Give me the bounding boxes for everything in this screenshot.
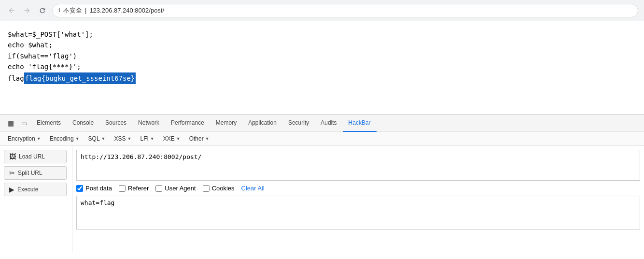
- browser-chrome: ℹ 不安全 | 123.206.87.240:8002/post/: [0, 0, 644, 21]
- xxe-dropdown[interactable]: XXE ▼: [159, 134, 184, 144]
- load-url-button[interactable]: 🖼 Load URL: [4, 150, 67, 163]
- xxe-label: XXE: [163, 135, 175, 142]
- security-label: 不安全: [63, 6, 82, 15]
- hackbar-toolbar: Encryption ▼ Encoding ▼ SQL ▼ XSS ▼ LFI …: [0, 132, 644, 146]
- user-agent-checkbox[interactable]: [155, 185, 162, 192]
- post-data-checkbox-label[interactable]: Post data: [76, 185, 112, 192]
- user-agent-checkbox-label[interactable]: User Agent: [155, 185, 196, 192]
- separator: |: [85, 7, 86, 14]
- device-icon[interactable]: ▭: [17, 116, 31, 130]
- tab-application[interactable]: Application: [242, 115, 282, 132]
- cookies-label: Cookies: [212, 185, 235, 192]
- hackbar-body: 🖼 Load URL ✂ Split URL ▶ Execute http://…: [0, 146, 644, 252]
- encoding-label: Encoding: [50, 135, 74, 142]
- encoding-dropdown[interactable]: Encoding ▼: [46, 134, 84, 144]
- security-icon: ℹ: [58, 7, 60, 14]
- hackbar-right-panel: http://123.206.87.240:8002/post/ Post da…: [72, 146, 644, 252]
- page-content: $what=$_POST['what']; echo $what; if($wh…: [0, 21, 644, 114]
- tab-security[interactable]: Security: [282, 115, 315, 132]
- code-line-5: flagflag{bugku_get_ssseint67se}: [8, 72, 636, 84]
- split-url-icon: ✂: [9, 169, 15, 177]
- referer-label: Referer: [128, 185, 149, 192]
- clear-all-button[interactable]: Clear All: [241, 185, 265, 192]
- referer-checkbox-label[interactable]: Referer: [119, 185, 149, 192]
- xss-label: XSS: [114, 135, 126, 142]
- execute-button[interactable]: ▶ Execute: [4, 183, 67, 196]
- flag-prefix: flag: [8, 73, 24, 84]
- user-agent-label: User Agent: [165, 185, 196, 192]
- back-button[interactable]: [6, 5, 17, 16]
- url-input[interactable]: http://123.206.87.240:8002/post/: [76, 150, 640, 181]
- url-display: 123.206.87.240:8002/post/: [89, 7, 164, 14]
- cookies-checkbox[interactable]: [203, 185, 210, 192]
- lfi-caret: ▼: [150, 136, 154, 141]
- cookies-checkbox-label[interactable]: Cookies: [203, 185, 235, 192]
- tab-console[interactable]: Console: [67, 115, 99, 132]
- tab-audits[interactable]: Audits: [315, 115, 342, 132]
- devtools-tabs-bar: ▦ ▭ Elements Console Sources Network Per…: [0, 115, 644, 132]
- code-line-3: if($what=='flag'): [8, 51, 636, 61]
- post-data-input[interactable]: what=flag: [76, 196, 640, 230]
- xss-dropdown[interactable]: XSS ▼: [111, 134, 136, 144]
- code-line-2: echo $what;: [8, 40, 636, 50]
- lfi-label: LFI: [140, 135, 148, 142]
- tab-sources[interactable]: Sources: [99, 115, 132, 132]
- xxe-caret: ▼: [176, 136, 181, 141]
- forward-button[interactable]: [21, 5, 33, 16]
- encoding-caret: ▼: [75, 136, 80, 141]
- load-url-label: Load URL: [19, 153, 45, 160]
- load-url-icon: 🖼: [9, 153, 16, 160]
- encryption-dropdown[interactable]: Encryption ▼: [4, 134, 45, 144]
- post-data-checkbox[interactable]: [76, 185, 83, 192]
- inspect-icon[interactable]: ▦: [4, 116, 17, 130]
- split-url-button[interactable]: ✂ Split URL: [4, 166, 67, 180]
- referer-checkbox[interactable]: [119, 185, 126, 192]
- sql-caret: ▼: [101, 136, 106, 141]
- split-url-label: Split URL: [18, 170, 42, 176]
- code-line-4: echo 'flag{****}';: [8, 61, 636, 72]
- flag-highlighted: flag{bugku_get_ssseint67se}: [24, 72, 136, 84]
- address-bar[interactable]: ℹ 不安全 | 123.206.87.240:8002/post/: [52, 4, 638, 17]
- post-data-label: Post data: [85, 185, 112, 192]
- options-row: Post data Referer User Agent Cookies Cle…: [76, 185, 640, 192]
- other-dropdown[interactable]: Other ▼: [185, 134, 213, 144]
- tab-performance[interactable]: Performance: [165, 115, 210, 132]
- sql-dropdown[interactable]: SQL ▼: [84, 134, 110, 144]
- other-label: Other: [189, 135, 204, 142]
- reload-button[interactable]: [37, 5, 48, 16]
- lfi-dropdown[interactable]: LFI ▼: [136, 134, 158, 144]
- devtools-panel: ▦ ▭ Elements Console Sources Network Per…: [0, 114, 644, 252]
- code-line-1: $what=$_POST['what'];: [8, 29, 636, 40]
- execute-icon: ▶: [9, 186, 14, 193]
- tab-hackbar[interactable]: HackBar: [343, 115, 377, 132]
- sql-label: SQL: [88, 135, 100, 142]
- tab-elements[interactable]: Elements: [31, 115, 67, 132]
- tab-memory[interactable]: Memory: [210, 115, 242, 132]
- tab-network[interactable]: Network: [132, 115, 165, 132]
- hackbar-left-panel: 🖼 Load URL ✂ Split URL ▶ Execute: [0, 146, 72, 252]
- encryption-label: Encryption: [8, 135, 35, 142]
- other-caret: ▼: [205, 136, 210, 141]
- xss-caret: ▼: [127, 136, 132, 141]
- execute-label: Execute: [17, 186, 38, 193]
- encryption-caret: ▼: [37, 136, 41, 141]
